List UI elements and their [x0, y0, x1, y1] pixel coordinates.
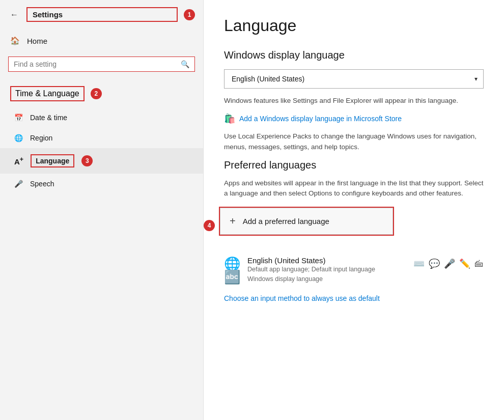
sidebar-item-region[interactable]: 🌐 Region: [0, 128, 203, 148]
display-language-dropdown[interactable]: English (United States): [224, 69, 484, 89]
home-label: Home: [27, 37, 47, 45]
add-preferred-language-button[interactable]: + Add a preferred language: [220, 208, 393, 235]
badge-4: 4: [204, 220, 215, 231]
language-entry: 🌐🔤 English (United States) Default app l…: [224, 251, 484, 289]
sidebar: ← Settings 1 🏠 Home 🔍 Time & Language 2 …: [0, 0, 204, 420]
date-time-label: Date & time: [30, 114, 67, 122]
badge-3: 3: [81, 155, 93, 166]
speech-icon: 🎤: [14, 180, 23, 188]
sidebar-item-speech[interactable]: 🎤 Speech: [0, 174, 203, 194]
mic-icon: 🎤: [444, 258, 455, 269]
settings-title: Settings: [26, 7, 178, 22]
page-title: Language: [224, 16, 484, 35]
badge-2: 2: [91, 88, 102, 99]
plus-icon: +: [230, 215, 236, 227]
home-icon: 🏠: [10, 36, 20, 45]
language-icon: A+: [14, 156, 23, 166]
language-entry-sub2: Windows display language: [247, 274, 406, 284]
search-input[interactable]: [14, 60, 177, 68]
language-entry-icon: 🌐🔤: [224, 257, 240, 284]
region-label: Region: [30, 134, 52, 142]
search-box: 🔍: [8, 57, 195, 72]
choose-default-link[interactable]: Choose an input method to always use as …: [224, 294, 484, 302]
language-entry-sub1: Default app language; Default input lang…: [247, 265, 406, 274]
edit-icon: ✏️: [459, 258, 470, 269]
back-button[interactable]: ←: [8, 8, 20, 21]
display-language-description: Windows features like Settings and File …: [224, 96, 484, 106]
speech-label: Speech: [30, 180, 54, 188]
main-content: Language Windows display language Englis…: [204, 0, 504, 420]
date-time-icon: 📅: [14, 114, 23, 122]
sidebar-header: ← Settings 1: [0, 0, 203, 29]
language-label: Language: [31, 154, 74, 167]
add-language-label: Add a preferred language: [243, 217, 329, 226]
time-language-label: Time & Language: [10, 86, 85, 101]
store-link[interactable]: 🛍️ Add a Windows display language in Mic…: [224, 113, 484, 124]
sidebar-item-language[interactable]: A+ Language 3: [0, 148, 203, 174]
language-entry-actions: ⌨️ 💬 🎤 ✏️ 🖮: [413, 258, 484, 269]
chat-icon: 💬: [429, 258, 440, 269]
language-entry-info: English (United States) Default app lang…: [247, 256, 406, 284]
display-language-dropdown-wrapper: English (United States) ▾: [224, 69, 484, 89]
home-nav-item[interactable]: 🏠 Home: [0, 29, 203, 52]
store-icon: 🛍️: [224, 113, 235, 124]
region-icon: 🌐: [14, 134, 23, 142]
keyboard-icon: ⌨️: [413, 258, 425, 269]
add-language-row: 4 + Add a preferred language: [224, 208, 484, 243]
preferred-description: Apps and websites will appear in the fir…: [224, 178, 484, 199]
store-link-label: Add a Windows display language in Micros…: [239, 115, 402, 123]
keyboard2-icon: 🖮: [474, 259, 484, 269]
badge-1: 1: [184, 9, 195, 20]
language-entry-name: English (United States): [247, 256, 406, 265]
time-language-header: Time & Language 2: [0, 80, 203, 107]
preferred-section-title: Preferred languages: [224, 159, 484, 171]
windows-display-section-title: Windows display language: [224, 49, 484, 61]
sidebar-item-date-time[interactable]: 📅 Date & time: [0, 107, 203, 128]
local-exp-description: Use Local Experience Packs to change the…: [224, 131, 484, 152]
search-icon-button[interactable]: 🔍: [181, 60, 189, 68]
